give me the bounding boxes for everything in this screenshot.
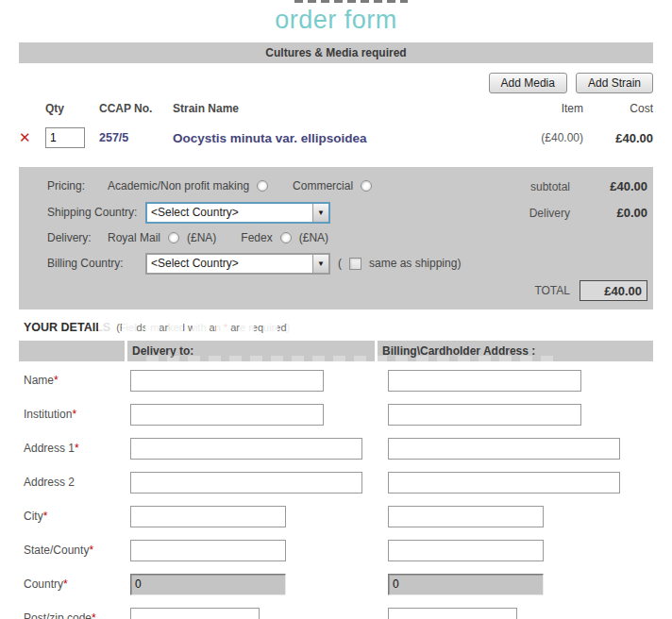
field-row-address-1: Address 1*	[0, 431, 672, 465]
commercial-radio-label: Commercial	[293, 179, 353, 192]
shipping-country-selected-value: <Select Country>	[147, 204, 312, 222]
col-header-cost: Cost	[583, 102, 653, 115]
fedex-radio-label: Fedex	[241, 231, 272, 244]
cart-item-row: ✕ 257/5 Oocystis minuta var. ellipsoidea…	[19, 122, 653, 154]
shipping-country-row: Shipping Country: <Select Country> ▼ Del…	[19, 198, 653, 226]
academic-radio-label: Academic/Non profit making	[108, 179, 249, 192]
required-asterisk: *	[75, 442, 79, 455]
field-row-institution: Institution*	[0, 397, 672, 431]
col-header-ccap-no: CCAP No.	[99, 102, 173, 115]
field-label-post-zip-code: Post/zip code*	[24, 611, 130, 619]
delivery-address-2-input[interactable]	[130, 472, 362, 494]
billing-cardholder-column-header: Billing\Cardholder Address :	[382, 344, 535, 358]
total-label: TOTAL	[534, 284, 570, 297]
royal-mail-radio-label: Royal Mail	[108, 231, 160, 244]
billing-country-input	[388, 574, 544, 595]
address-columns-header: Delivery to: Billing\Cardholder Address …	[19, 341, 653, 361]
same-as-shipping-open-paren: (	[338, 257, 342, 270]
chevron-down-icon: ▼	[312, 255, 328, 273]
required-asterisk: *	[89, 544, 93, 557]
billing-country-select[interactable]: <Select Country> ▼	[145, 253, 330, 275]
fedex-radio[interactable]	[280, 232, 292, 243]
delivery-address-1-input[interactable]	[130, 438, 362, 460]
cart-section-header-label: Cultures & Media required	[265, 46, 406, 59]
billing-institution-input[interactable]	[388, 404, 581, 426]
ccap-number: 257/5	[99, 131, 173, 144]
shipping-country-label: Shipping Country:	[47, 206, 145, 219]
shipping-country-select[interactable]: <Select Country> ▼	[145, 202, 330, 224]
field-row-address-2: Address 2	[0, 465, 672, 499]
field-row-city: City*	[0, 499, 672, 533]
delivery-city-input[interactable]	[130, 506, 286, 527]
same-as-shipping-checkbox[interactable]	[349, 258, 361, 270]
billing-country-selected-value: <Select Country>	[147, 255, 312, 273]
cart-buttons-row: Add Media Add Strain	[19, 73, 653, 93]
field-label-city: City*	[24, 510, 130, 523]
pricing-panel: Pricing: Academic/Non profit making Comm…	[19, 167, 653, 310]
royal-mail-radio[interactable]	[168, 232, 179, 243]
field-label-institution: Institution*	[24, 408, 130, 421]
delivery-name-input[interactable]	[130, 370, 324, 392]
field-row-post-zip-code: Post/zip code*	[0, 601, 672, 619]
billing-state-county-input[interactable]	[388, 540, 544, 561]
billing-address-1-input[interactable]	[388, 438, 620, 460]
required-asterisk: *	[54, 374, 59, 387]
item-price: (£40.00)	[496, 131, 583, 144]
add-strain-button[interactable]: Add Strain	[576, 73, 653, 93]
same-as-shipping-label: same as shipping)	[369, 257, 461, 270]
total-row: TOTAL £40.00	[19, 277, 653, 304]
delivery-state-county-input[interactable]	[130, 540, 286, 561]
commercial-radio[interactable]	[361, 180, 372, 192]
qty-input[interactable]	[45, 127, 85, 148]
billing-address-2-input[interactable]	[388, 472, 620, 494]
delivery-to-column-header: Delivery to:	[132, 344, 193, 358]
field-label-name: Name*	[24, 374, 130, 387]
required-asterisk: *	[92, 611, 96, 619]
field-label-country: Country*	[24, 577, 130, 591]
field-row-country: Country*	[0, 567, 672, 601]
billing-country-label: Billing Country:	[47, 257, 145, 270]
billing-name-input[interactable]	[388, 370, 581, 392]
field-row-state-county: State/County*	[0, 533, 672, 567]
delivery-row-label: Delivery:	[47, 231, 108, 244]
your-details-heading: YOUR DETAILS	[24, 321, 110, 334]
col-header-strain-name: Strain Name	[173, 102, 496, 115]
delivery-country-input	[130, 574, 286, 595]
your-details-heading-row: YOUR DETAILS (Fields marked with an * ar…	[0, 321, 672, 334]
billing-post-zip-code-input[interactable]	[388, 608, 517, 619]
required-fields-note: (Fields marked with an * are required)	[116, 322, 290, 333]
field-label-state-county: State/County*	[24, 544, 130, 557]
required-asterisk: *	[63, 577, 68, 591]
delivery-cost-value: £0.00	[589, 206, 647, 220]
pricing-row: Pricing: Academic/Non profit making Comm…	[19, 174, 653, 198]
field-label-address-2: Address 2	[24, 476, 130, 489]
address-fields: Name*Institution*Address 1*Address 2City…	[0, 363, 672, 619]
col-header-item: Item	[496, 102, 583, 115]
cropped-text-artifact	[294, 0, 408, 3]
remove-item-icon[interactable]: ✕	[19, 129, 31, 145]
add-media-button[interactable]: Add Media	[489, 73, 567, 93]
total-value: £40.00	[580, 280, 647, 301]
fedex-price: (£NA)	[299, 231, 328, 244]
field-label-address-1: Address 1*	[24, 442, 130, 455]
royal-mail-price: (£NA)	[187, 231, 216, 244]
cart-table-header: Qty CCAP No. Strain Name Item Cost	[19, 97, 653, 120]
item-cost: £40.00	[583, 131, 653, 145]
subtotal-value: £40.00	[589, 179, 647, 193]
delivery-institution-input[interactable]	[130, 404, 324, 426]
strain-name-link[interactable]: Oocystis minuta var. ellipsoidea	[173, 131, 496, 145]
required-asterisk: *	[72, 408, 76, 421]
subtotal-label: subtotal	[530, 179, 570, 192]
required-asterisk: *	[43, 510, 48, 523]
your-details-section: YOUR DETAILS (Fields marked with an * ar…	[0, 321, 672, 619]
cart-section-header: Cultures & Media required	[19, 42, 653, 63]
delivery-post-zip-code-input[interactable]	[130, 608, 260, 619]
chevron-down-icon: ▼	[312, 204, 328, 222]
delivery-cost-label: Delivery	[529, 206, 570, 219]
billing-country-row: Billing Country: <Select Country> ▼ ( sa…	[19, 249, 653, 277]
academic-radio[interactable]	[257, 180, 268, 192]
page-title: order form	[0, 0, 672, 35]
cart-table: Qty CCAP No. Strain Name Item Cost ✕ 257…	[19, 97, 653, 154]
pricing-label: Pricing:	[47, 179, 108, 192]
billing-city-input[interactable]	[388, 506, 544, 527]
